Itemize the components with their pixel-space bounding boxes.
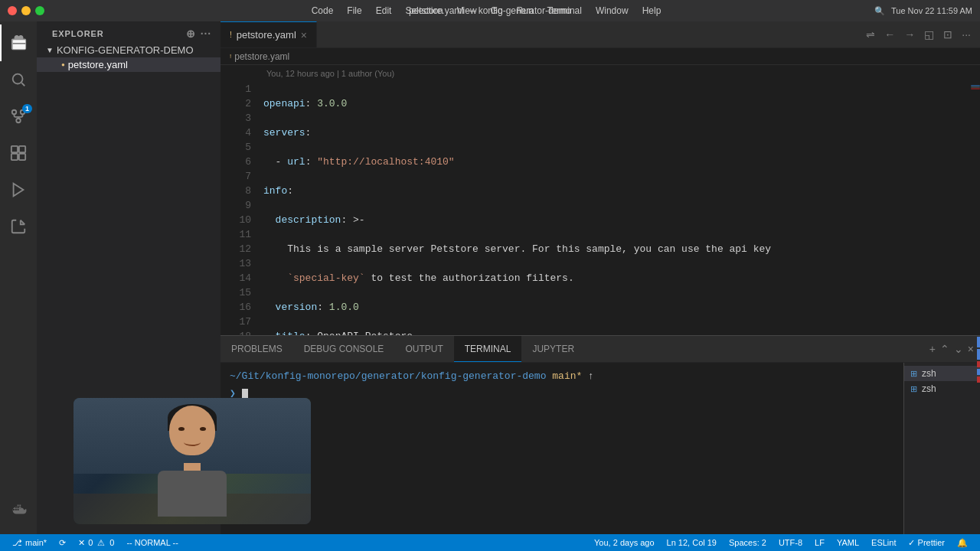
terminal-entry-zsh-1[interactable]: ⊞ zsh (904, 366, 980, 381)
tab-petstore-yaml[interactable]: ! petstore.yaml × (220, 21, 317, 47)
scroll-line (971, 88, 980, 90)
terminal-path-text: ~/Git/konfig-monorepo/generator/konfig-g… (230, 370, 546, 382)
terminal-main[interactable]: ~/Git/konfig-monorepo/generator/konfig-g… (220, 363, 903, 534)
open-changes-icon[interactable]: ⇌ (863, 27, 878, 42)
tab-bar: ! petstore.yaml × ⇌ ← → ◱ ⊡ ··· (220, 21, 980, 48)
status-linter[interactable]: ESLint (865, 534, 902, 551)
activity-run[interactable] (0, 171, 37, 208)
menu-code[interactable]: Code (305, 4, 340, 18)
breadcrumb: ! petstore.yaml (220, 48, 980, 65)
status-eol[interactable]: LF (808, 534, 831, 551)
folder-konfig-generator-demo[interactable]: ▼ KONFIG-GENERATOR-DEMO (37, 43, 220, 57)
status-spaces[interactable]: Spaces: 2 (723, 534, 773, 551)
tab-debug-console[interactable]: DEBUG CONSOLE (293, 336, 395, 362)
sidebar-header-icons: ⊕ ··· (186, 28, 211, 40)
tab-problems[interactable]: PROBLEMS (220, 336, 293, 362)
new-file-icon[interactable]: ⊕ (186, 28, 196, 40)
svg-rect-9 (19, 146, 25, 152)
activity-extensions[interactable] (0, 135, 37, 171)
webcam-overlay (74, 398, 311, 524)
menu-edit[interactable]: Edit (370, 4, 398, 18)
color-bar-red-2 (977, 377, 980, 383)
menu-window[interactable]: Window (590, 4, 635, 18)
file-petstore-yaml[interactable]: ● petstore.yaml (37, 57, 220, 72)
close-button[interactable] (8, 6, 17, 15)
error-count: 0 (88, 538, 93, 547)
status-sync[interactable]: ⟳ (53, 534, 72, 551)
warning-count: 0 (109, 538, 114, 547)
maximize-panel-icon[interactable]: ⌄ (954, 343, 963, 355)
toggle-panel-icon[interactable]: ⌃ (940, 343, 949, 355)
activity-source-control[interactable]: 1 (0, 98, 37, 135)
more-actions-icon[interactable]: ··· (959, 27, 974, 42)
terminal-branch-text: main* (552, 370, 582, 382)
panel: PROBLEMS DEBUG CONSOLE OUTPUT TERMINAL J… (220, 335, 980, 534)
terminal-prompt-line: ❯ (230, 386, 894, 401)
linter-text: ESLint (871, 538, 896, 547)
editor-scrollbar[interactable] (971, 82, 980, 335)
status-language[interactable]: YAML (831, 534, 865, 551)
tab-label: petstore.yaml (237, 29, 296, 41)
tab-close-icon[interactable]: × (301, 29, 307, 41)
position-text: Ln 12, Col 19 (667, 538, 717, 547)
error-icon: ✕ (78, 538, 85, 548)
titlebar: Code File Edit Selection View Go Run Ter… (0, 0, 980, 21)
open-preview-icon[interactable]: ◱ (921, 27, 937, 42)
more-icon[interactable]: ··· (201, 28, 211, 40)
svg-rect-0 (13, 40, 26, 49)
breadcrumb-filename[interactable]: petstore.yaml (234, 51, 289, 62)
status-git-blame[interactable]: You, 2 days ago (588, 534, 661, 551)
search-icon[interactable]: 🔍 (874, 6, 885, 16)
vim-mode-label: -- NORMAL -- (126, 538, 178, 547)
add-terminal-icon[interactable]: + (929, 343, 936, 355)
formatter-text: ✓ Prettier (908, 538, 945, 548)
svg-line-3 (21, 83, 24, 86)
terminal-name-2: zsh (922, 383, 936, 394)
activity-test[interactable] (0, 208, 37, 245)
tab-jupyter[interactable]: JUPYTER (521, 336, 585, 362)
terminal-icon: ⊞ (910, 369, 917, 379)
titlebar-right: 🔍 Tue Nov 22 11:59 AM (874, 6, 972, 16)
spaces-text: Spaces: 2 (729, 538, 766, 547)
status-position[interactable]: Ln 12, Col 19 (661, 534, 723, 551)
line-numbers: 1 2 3 4 5 6 7 8 9 10 11 12 13 14 15 16 1 (220, 82, 257, 335)
bell-icon: 🔔 (957, 538, 968, 548)
menu-file[interactable]: File (341, 4, 368, 18)
split-editor-icon[interactable]: ⊡ (940, 27, 956, 42)
minimize-button[interactable] (21, 6, 31, 15)
activity-explorer[interactable] (0, 24, 37, 61)
panel-tabs: PROBLEMS DEBUG CONSOLE OUTPUT TERMINAL J… (220, 336, 980, 363)
code-editor[interactable]: 1 2 3 4 5 6 7 8 9 10 11 12 13 14 15 16 1 (220, 82, 980, 335)
terminal-entry-zsh-2[interactable]: ⊞ zsh (904, 381, 980, 396)
person-body (158, 471, 227, 517)
close-panel-icon[interactable]: × (968, 343, 974, 355)
status-vim-mode[interactable]: -- NORMAL -- (120, 534, 184, 551)
maximize-button[interactable] (35, 6, 44, 15)
warning-icon: ⚠ (97, 538, 105, 548)
sync-icon: ⟳ (59, 538, 66, 548)
menu-help[interactable]: Help (636, 4, 668, 18)
terminal-color-bars (977, 363, 980, 383)
source-control-badge: 1 (22, 104, 32, 113)
color-bar-red (977, 363, 980, 367)
status-notifications[interactable]: 🔔 (951, 534, 974, 551)
activity-docker[interactable] (0, 491, 37, 528)
code-content[interactable]: openapi: 3.0.0 servers: - url: "http://l… (257, 82, 971, 335)
git-blame-text: You, 2 days ago (594, 538, 655, 547)
tab-output[interactable]: OUTPUT (394, 336, 453, 362)
status-formatter[interactable]: ✓ Prettier (902, 534, 951, 551)
tab-terminal[interactable]: TERMINAL (454, 336, 522, 362)
activity-bar: 1 (0, 21, 37, 534)
forward-icon[interactable]: → (901, 27, 918, 42)
tab-modified-icon: ! (230, 31, 232, 39)
folder-arrow-icon: ▼ (46, 46, 54, 54)
svg-rect-8 (11, 146, 18, 152)
activity-search[interactable] (0, 61, 37, 98)
status-errors[interactable]: ✕ 0 ⚠ 0 (72, 534, 120, 551)
editor-area: ! petstore.yaml × ⇌ ← → ◱ ⊡ ··· ! petsto… (220, 21, 980, 534)
status-git-branch[interactable]: ⎇ main* (6, 534, 53, 551)
back-icon[interactable]: ← (881, 27, 898, 42)
svg-marker-12 (14, 184, 24, 197)
left-eye (178, 427, 185, 431)
status-encoding[interactable]: UTF-8 (773, 534, 808, 551)
